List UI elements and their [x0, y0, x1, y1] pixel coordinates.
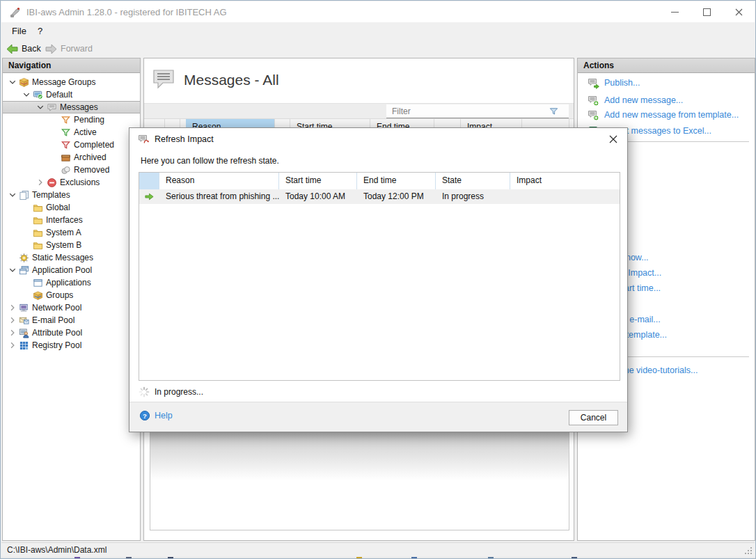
menu-file[interactable]: File — [12, 26, 26, 36]
column-start-time[interactable]: Start time — [279, 173, 357, 189]
sidebar-item-interfaces[interactable]: Interfaces — [3, 214, 140, 226]
sidebar-item-static-messages[interactable]: Static Messages — [3, 251, 140, 264]
sidebar-item-global[interactable]: Global — [3, 201, 140, 214]
toolbar: Back Forward — [1, 40, 755, 57]
messages-page-icon — [151, 68, 176, 90]
action-publish[interactable]: Publish... — [588, 77, 640, 89]
progress-label: In progress... — [155, 387, 203, 397]
add-message-icon — [588, 95, 599, 107]
sidebar-item-pending[interactable]: Pending — [3, 113, 140, 126]
column-end-time[interactable]: End time — [357, 173, 436, 189]
applications-icon — [32, 277, 43, 288]
chevron-right-icon[interactable] — [7, 340, 18, 351]
sidebar-item-templates[interactable]: Templates — [3, 189, 140, 201]
sidebar-item-label: Groups — [46, 290, 73, 300]
actions-header: Actions — [578, 58, 755, 73]
resize-grip[interactable] — [744, 546, 753, 555]
message-groups-icon — [18, 77, 29, 88]
active-arrow-icon — [144, 191, 155, 202]
sidebar-item-application-pool[interactable]: Application Pool — [3, 264, 140, 276]
status-bar: C:\IBI-aws\Admin\Data.xml — [1, 542, 755, 557]
messages-icon — [46, 102, 57, 113]
forward-arrow-icon — [45, 44, 57, 54]
sidebar-item-label: Active — [74, 127, 97, 137]
help-label: Help — [155, 411, 173, 420]
sidebar-item-archived[interactable]: Archived — [3, 151, 140, 164]
funnel-active-icon — [60, 127, 71, 138]
sidebar-item-removed[interactable]: Removed — [3, 164, 140, 176]
sidebar-item-label: Pending — [74, 115, 104, 125]
minimize-button[interactable] — [659, 1, 691, 22]
sidebar-item-registry-pool[interactable]: Registry Pool — [3, 339, 140, 352]
folder-icon — [32, 214, 43, 226]
message-preview-pane — [150, 419, 569, 530]
sidebar-item-system-b[interactable]: System B — [3, 239, 140, 251]
action-label: Publish... — [604, 78, 640, 88]
spinner-icon — [139, 386, 150, 397]
column-state[interactable]: State — [436, 173, 510, 189]
sidebar-item-messages[interactable]: Messages — [3, 101, 140, 113]
publish-icon — [588, 77, 599, 89]
window-controls — [659, 1, 755, 22]
sidebar-item-label: Application Pool — [32, 265, 92, 275]
sidebar-item-label: Interfaces — [46, 215, 83, 225]
folder-icon — [32, 227, 43, 238]
funnel-completed-icon — [60, 139, 71, 150]
chevron-down-icon[interactable] — [21, 89, 32, 100]
forward-label: Forward — [61, 44, 93, 54]
title-bar: IBI-aws Admin 1.28.0 - registered for IB… — [1, 1, 755, 23]
cancel-button[interactable]: Cancel — [569, 410, 618, 425]
refresh-impact-dialog: Refresh Impact Here you can follow the r… — [129, 127, 628, 432]
sidebar-item-message-groups[interactable]: Message Groups — [3, 76, 140, 88]
sidebar-item-label: Registry Pool — [32, 340, 81, 350]
column-impact[interactable]: Impact — [510, 173, 620, 189]
sidebar-item-email-pool[interactable]: E-mail Pool — [3, 314, 140, 326]
cell-start-time: Today 10:00 AM — [279, 189, 357, 204]
menu-bar: File ? — [1, 22, 755, 40]
sidebar-item-groups[interactable]: Groups — [3, 289, 140, 301]
folder-icon — [32, 202, 43, 213]
static-messages-icon — [18, 252, 29, 263]
email-pool-icon — [18, 315, 29, 326]
chevron-right-icon[interactable] — [7, 327, 18, 338]
sidebar-item-network-pool[interactable]: Network Pool — [3, 301, 140, 314]
menu-help[interactable]: ? — [38, 26, 42, 36]
chevron-right-icon[interactable] — [7, 315, 18, 326]
chevron-right-icon[interactable] — [7, 302, 18, 313]
chevron-down-icon[interactable] — [7, 265, 18, 276]
dialog-description: Here you can follow the refresh state. — [141, 156, 279, 166]
sidebar-item-default[interactable]: Default — [3, 88, 140, 101]
removed-icon — [60, 164, 71, 175]
sidebar-item-exclusions[interactable]: Exclusions — [3, 176, 140, 189]
sidebar-item-system-a[interactable]: System A — [3, 226, 140, 239]
sidebar-item-label: Exclusions — [60, 178, 100, 187]
chevron-right-icon[interactable] — [35, 177, 46, 188]
filter-input[interactable] — [386, 104, 569, 118]
action-add-message-from-template[interactable]: Add new message from template... — [588, 109, 739, 121]
chevron-down-icon[interactable] — [7, 77, 18, 88]
close-button[interactable] — [723, 1, 755, 22]
column-reason[interactable]: Reason — [159, 173, 279, 189]
sidebar-item-completed[interactable]: Completed — [3, 139, 140, 151]
sidebar-item-active[interactable]: Active — [3, 126, 140, 139]
help-icon: ? — [139, 410, 150, 421]
attribute-pool-icon — [18, 327, 29, 338]
sidebar-item-attribute-pool[interactable]: Attribute Pool — [3, 326, 140, 339]
filter-funnel-icon[interactable] — [549, 107, 559, 116]
help-link[interactable]: ? Help — [139, 410, 173, 421]
chevron-down-icon[interactable] — [35, 102, 46, 113]
maximize-button[interactable] — [691, 1, 723, 22]
forward-button[interactable]: Forward — [45, 42, 93, 56]
sidebar-item-label: Message Groups — [32, 77, 95, 87]
app-icon — [9, 6, 21, 18]
column-selector[interactable] — [139, 173, 159, 189]
dialog-close-button[interactable] — [605, 131, 622, 148]
table-row[interactable]: Serious threat from phishing ... Today 1… — [139, 189, 620, 204]
cell-reason: Serious threat from phishing ... — [159, 189, 279, 204]
sidebar-item-label: Removed — [74, 165, 109, 175]
maximize-icon — [703, 8, 711, 16]
action-add-new-message[interactable]: Add new message... — [588, 94, 683, 107]
back-button[interactable]: Back — [6, 42, 41, 56]
sidebar-item-applications[interactable]: Applications — [3, 276, 140, 289]
chevron-down-icon[interactable] — [7, 189, 18, 200]
